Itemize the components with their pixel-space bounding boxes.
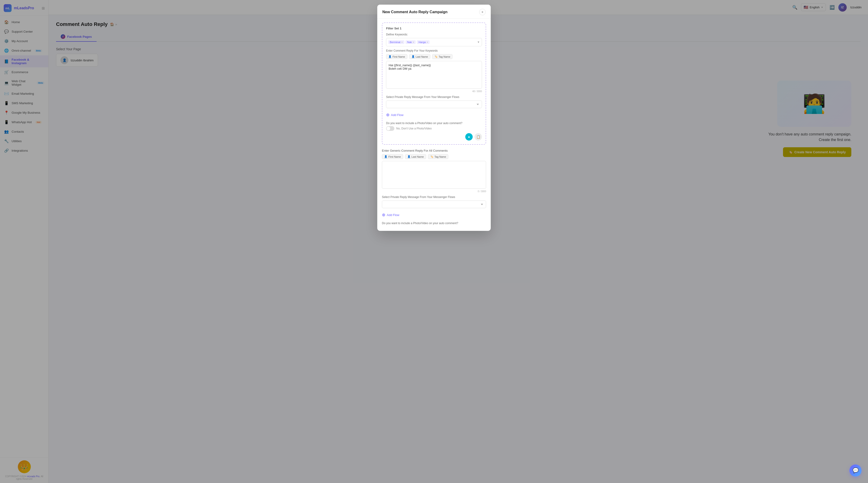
comment-reply-label: Enter Comment Reply For Your Keywords: [386, 49, 482, 52]
modal: New Comment Auto Reply Campaign × Filter…: [377, 5, 491, 231]
comment-reply-textarea[interactable]: Hai {{first_name}} {{last_name}} Boleh c…: [386, 61, 482, 89]
user-icon-3: 👤: [384, 155, 388, 158]
tag-close-berminat[interactable]: ×: [401, 41, 403, 43]
last-name-button[interactable]: 👤 Last Name: [409, 54, 430, 59]
generic-comment-label: Enter Generic Comment Reply For All Comm…: [382, 149, 486, 152]
modal-header: New Comment Auto Reply Campaign ×: [377, 5, 491, 19]
toggle-knob: [386, 127, 390, 130]
generic-tag-name-button[interactable]: 🏷️ Tag Name: [428, 154, 448, 159]
filter-actions: ● 📋: [386, 133, 482, 140]
modal-close-button[interactable]: ×: [479, 9, 486, 15]
photo-question: Do you want to include a Photo/Video on …: [386, 122, 482, 125]
tag-berminat: Berminat ×: [388, 40, 404, 44]
user-icon: 👤: [389, 55, 392, 58]
generic-add-flow-icon: ⊕: [382, 212, 385, 218]
user-icon-2: 👤: [411, 55, 415, 58]
generic-reply-tools: 👤 First Name 👤 Last Name 🏷️ Tag Name: [382, 154, 486, 159]
generic-reply-textarea[interactable]: [382, 161, 486, 189]
keywords-input[interactable]: Berminat × Nak × Harga × ▼: [386, 38, 482, 46]
support-chat-button[interactable]: 💬: [849, 464, 862, 477]
tag-harga: Harga ×: [417, 40, 430, 44]
keywords-label: Define Keywords:: [386, 33, 482, 36]
generic-add-flow-button[interactable]: ⊕ Add Flow: [382, 211, 399, 219]
generic-private-reply-label: Select Private Reply Message From Your M…: [382, 195, 486, 199]
generic-first-name-button[interactable]: 👤 First Name: [382, 154, 403, 159]
tag-close-harga[interactable]: ×: [427, 41, 428, 43]
modal-body: Filter Set 1 Define Keywords: Berminat ×…: [377, 19, 491, 231]
private-reply-select[interactable]: [386, 100, 482, 108]
tags-chevron-icon: ▼: [477, 40, 480, 44]
tag-close-nak[interactable]: ×: [413, 41, 414, 43]
generic-private-reply-select[interactable]: [382, 200, 486, 208]
filter-set-title: Filter Set 1: [386, 27, 482, 30]
photo-toggle-group: No, Don't Use a Photo/Video: [386, 126, 482, 131]
tag-icon-2: 🏷️: [430, 155, 434, 158]
filter-confirm-button[interactable]: ●: [465, 133, 473, 140]
char-count-filter: 48 / 3000: [386, 90, 482, 93]
modal-overlay: New Comment Auto Reply Campaign × Filter…: [0, 0, 868, 483]
tag-icon: 🏷️: [434, 55, 438, 58]
photo-toggle-label: No, Don't Use a Photo/Video: [396, 127, 432, 130]
generic-photo-question: Do you want to include a Photo/Video on …: [382, 222, 486, 225]
reply-tools: 👤 First Name 👤 Last Name 🏷️ Tag Name: [386, 54, 482, 59]
generic-char-count: 0 / 3000: [382, 190, 486, 193]
support-chat-icon: 💬: [852, 468, 859, 474]
filter-set-box: Filter Set 1 Define Keywords: Berminat ×…: [382, 23, 486, 145]
add-flow-button[interactable]: ⊕ Add Flow: [386, 111, 403, 119]
photo-toggle[interactable]: [386, 126, 394, 131]
generic-last-name-button[interactable]: 👤 Last Name: [405, 154, 426, 159]
modal-title: New Comment Auto Reply Campaign: [382, 10, 447, 14]
add-flow-icon: ⊕: [386, 112, 390, 118]
private-reply-label: Select Private Reply Message From Your M…: [386, 95, 482, 99]
tag-name-button[interactable]: 🏷️ Tag Name: [432, 54, 453, 59]
first-name-button[interactable]: 👤 First Name: [386, 54, 407, 59]
filter-copy-button[interactable]: 📋: [474, 133, 482, 140]
tag-nak: Nak ×: [405, 40, 416, 44]
user-icon-4: 👤: [407, 155, 411, 158]
